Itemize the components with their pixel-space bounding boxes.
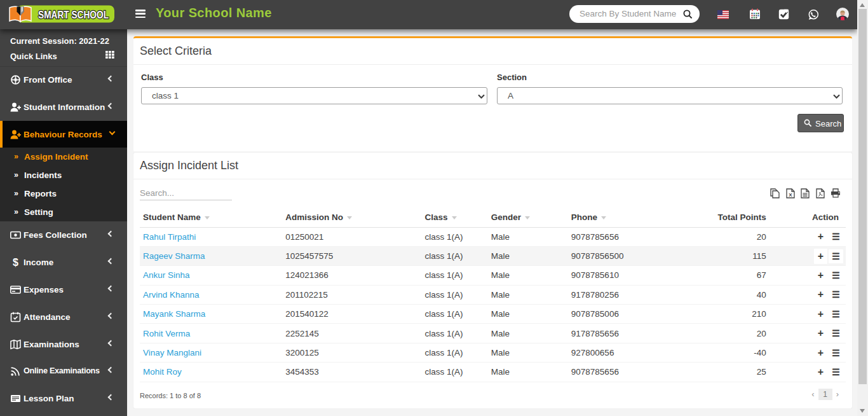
svg-text:$: $ (13, 257, 18, 268)
svg-text:SMART SCHOOL: SMART SCHOOL (38, 9, 109, 20)
svg-text:X: X (789, 192, 792, 198)
